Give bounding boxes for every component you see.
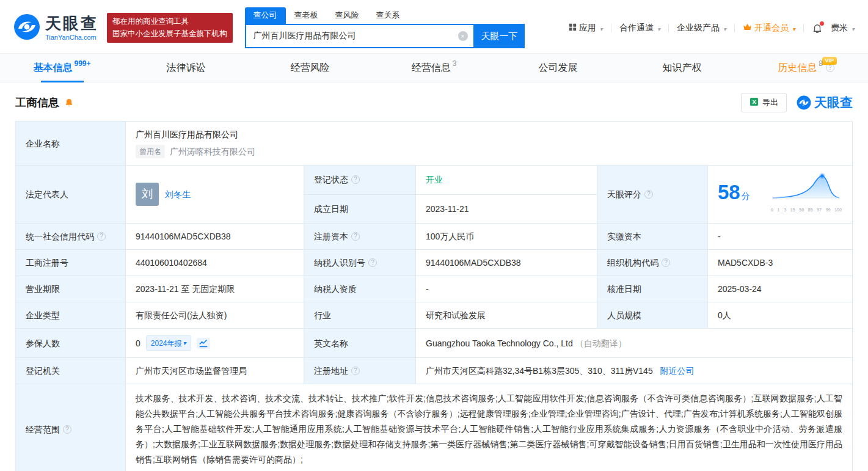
credit-code-help-icon[interactable] xyxy=(97,232,106,241)
nav-apps[interactable]: 应用 xyxy=(569,23,603,34)
score-value: 58分 xyxy=(718,186,750,202)
tab-risk[interactable]: 经营风险 xyxy=(248,54,372,82)
reg-capital-help-icon[interactable] xyxy=(351,232,360,241)
nav-divider xyxy=(668,24,669,32)
excel-icon: X xyxy=(749,97,759,108)
history-help-icon[interactable] xyxy=(826,64,834,72)
tab-legal-label: 法律诉讼 xyxy=(167,62,206,75)
insured-cell: 0 2024年报 xyxy=(126,329,304,358)
insured-label: 参保人数 xyxy=(16,329,126,358)
section-title: 工商信息 xyxy=(15,95,59,110)
search-input[interactable] xyxy=(246,31,473,41)
credit-code-value: 91440106MAD5CXDB38 xyxy=(126,224,304,250)
notification-dot xyxy=(820,21,824,26)
search-tab-risk[interactable]: 查风险 xyxy=(327,7,368,24)
establish-date-label: 成立日期 xyxy=(304,194,416,224)
nav-vip[interactable]: 开通会员 xyxy=(743,23,795,34)
legal-rep-link[interactable]: 刘冬生 xyxy=(165,188,191,200)
establish-date-value: 2023-11-21 xyxy=(416,194,597,224)
english-name-cell: Guangzhou Taoka Technology Co., Ltd （自动翻… xyxy=(416,329,853,358)
org-code-label: 组织机构代码 xyxy=(597,250,708,276)
apps-grid-icon xyxy=(569,23,577,33)
notifications-bell-icon[interactable] xyxy=(812,23,823,34)
top-nav: 应用 合作通道 企业级产品 开通会员 费米 xyxy=(569,23,855,34)
tab-business-label: 经营信息 xyxy=(412,62,451,75)
nav-partner-label: 合作通道 xyxy=(619,23,654,34)
score-chart-ticks: 0131550859799100 xyxy=(770,204,842,216)
annual-report-badge[interactable]: 2024年报 xyxy=(146,335,191,351)
tianyancha-logo[interactable]: 天眼查 TianYanCha.com xyxy=(13,13,98,42)
monitor-bell-icon[interactable] xyxy=(64,98,74,108)
row-insured-english: 参保人数 0 2024年报 英文名称 Guangzhou Taoka Techn… xyxy=(16,329,853,358)
company-type-label: 企业类型 xyxy=(16,302,126,329)
tab-development[interactable]: 公司发展 xyxy=(496,54,620,82)
approval-date-label: 核准日期 xyxy=(597,276,708,302)
score-help-icon[interactable] xyxy=(644,190,653,199)
reg-number-value: 440106010402684 xyxy=(126,250,304,276)
english-name-note: （自动翻译） xyxy=(575,338,627,348)
section-head: 工商信息 X 导出 天眼查 xyxy=(0,82,868,120)
crown-icon xyxy=(743,23,752,34)
nav-vip-label: 开通会员 xyxy=(754,23,789,34)
company-section-tabs: 基本信息 999+ 法律诉讼 经营风险 经营信息 3 公司发展 知识产权 VIP… xyxy=(0,53,868,82)
search-box xyxy=(245,24,475,48)
tab-history-badge: 8 xyxy=(819,59,823,68)
reg-status-help-icon[interactable] xyxy=(351,175,360,184)
org-code-value: MAD5CXDB-3 xyxy=(708,250,853,276)
reg-status-cell: 开业 xyxy=(416,166,597,195)
nav-enterprise-label: 企业级产品 xyxy=(677,23,720,34)
staff-size-label: 人员规模 xyxy=(597,302,708,329)
paid-capital-label: 实缴资本 xyxy=(597,224,708,250)
search-tabs: 查公司 查老板 查风险 查关系 xyxy=(245,7,525,24)
tab-legal[interactable]: 法律诉讼 xyxy=(124,54,248,82)
tab-ip[interactable]: 知识产权 xyxy=(620,54,744,82)
tianyancha-watermark: 天眼查 xyxy=(797,94,853,111)
tab-history[interactable]: VIP 历史信息 8 xyxy=(744,54,868,82)
scope-label: 经营范围 xyxy=(16,384,126,471)
score-label: 天眼评分 xyxy=(597,166,708,224)
site-header: 天眼查 TianYanCha.com 都在用的商业查询工具 国家中小企业发展子基… xyxy=(0,0,868,53)
export-label: 导出 xyxy=(762,97,778,108)
nav-user[interactable]: 费米 xyxy=(831,23,855,34)
nav-enterprise[interactable]: 企业级产品 xyxy=(677,23,726,34)
former-name: 广州涛喀科技有限公司 xyxy=(170,145,255,158)
search-tab-boss[interactable]: 查老板 xyxy=(286,7,327,24)
export-button[interactable]: X 导出 xyxy=(741,93,787,112)
tab-basic-badge: 999+ xyxy=(74,59,90,68)
search-tab-relation[interactable]: 查关系 xyxy=(368,7,409,24)
promo-banner: 都在用的商业查询工具 国家中小企业发展子基金旗下机构 xyxy=(107,13,233,43)
trend-chart-icon[interactable] xyxy=(197,338,210,349)
org-code-help-icon[interactable] xyxy=(662,258,670,267)
scope-help-icon[interactable] xyxy=(63,425,71,434)
row-registry-address: 登记机关 广州市天河区市场监督管理局 注册地址 广州市天河区高科路32,34号B… xyxy=(16,358,853,384)
clear-search-icon[interactable] xyxy=(458,31,468,41)
tianyancha-logo-icon xyxy=(13,13,40,42)
nav-divider xyxy=(734,24,735,32)
taxpayer-id-label: 纳税人识别号 xyxy=(304,250,416,276)
taxpayer-quality-value: - xyxy=(416,276,597,302)
taxpayer-id-help-icon[interactable] xyxy=(368,258,377,267)
row-business-scope: 经营范围 技术服务、技术开发、技术咨询、技术交流、技术转让、技术推广;软件开发;… xyxy=(16,384,853,471)
tab-business-info[interactable]: 经营信息 3 xyxy=(372,54,496,82)
address-label: 注册地址 xyxy=(304,358,416,384)
legal-rep-avatar[interactable]: 刘 xyxy=(136,183,159,206)
approval-date-value: 2025-03-24 xyxy=(708,276,853,302)
search-area: 查公司 查老板 查风险 查关系 天眼一下 xyxy=(245,7,525,48)
nearby-companies-link[interactable]: 附近公司 xyxy=(660,366,695,376)
address-help-icon[interactable] xyxy=(351,367,360,375)
nav-apps-label: 应用 xyxy=(579,23,596,34)
search-tab-company[interactable]: 查公司 xyxy=(245,7,286,24)
scope-value: 技术服务、技术开发、技术咨询、技术交流、技术转让、技术推广;软件开发;信息技术咨… xyxy=(136,391,842,467)
nav-partner[interactable]: 合作通道 xyxy=(619,23,660,34)
watermark-label: 天眼查 xyxy=(814,94,853,111)
tab-ip-label: 知识产权 xyxy=(663,62,702,75)
row-company-name: 企业名称 广州百川医疗用品有限公司 曾用名 广州涛喀科技有限公司 xyxy=(16,122,853,166)
search-button[interactable]: 天眼一下 xyxy=(475,24,525,48)
tab-history-label: 历史信息 xyxy=(778,62,817,75)
company-type-value: 有限责任公司(法人独资) xyxy=(126,302,304,329)
nav-divider xyxy=(611,24,611,32)
tab-basic-info[interactable]: 基本信息 999+ xyxy=(0,54,124,82)
reg-status-value: 开业 xyxy=(426,175,443,184)
former-name-badge: 曾用名 xyxy=(136,145,165,158)
industry-label: 行业 xyxy=(304,302,416,329)
